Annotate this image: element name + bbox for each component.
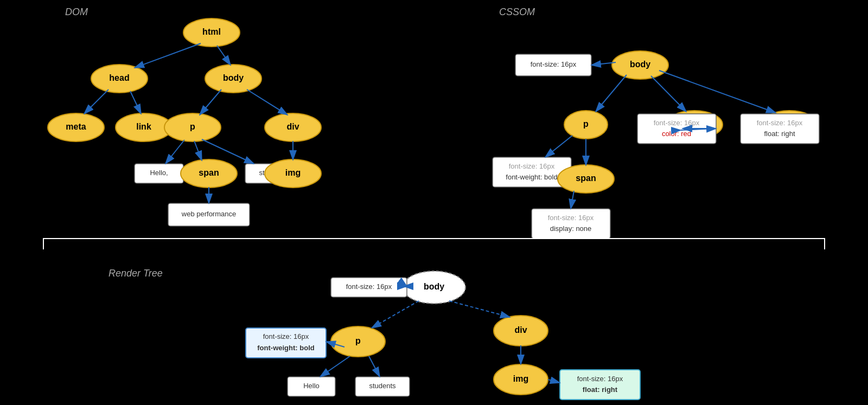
cssom-span-child-props-box (532, 209, 610, 239)
rt-img-text: img (513, 374, 528, 383)
dom-arrow-head-meta (84, 89, 108, 114)
rt-img-fontsize-text: font-size: 16px (577, 375, 623, 383)
dom-body-text: body (223, 73, 244, 82)
rt-body-text: body (424, 282, 444, 291)
rt-students-text: students (369, 382, 396, 390)
cssom-arrow-body-img (659, 70, 776, 113)
bracket-line (43, 239, 825, 249)
cssom-img-props-box (741, 114, 819, 144)
cssom-span-child-fontsize-text: font-size: 16px (548, 214, 594, 222)
dom-meta-text: meta (66, 122, 86, 131)
rt-arrow-body-div (449, 301, 510, 317)
cssom-span-child-text: span (576, 173, 596, 183)
dom-p-text: p (190, 122, 195, 131)
cssom-p-fontsize-text: font-size: 16px (509, 162, 555, 170)
dom-arrow-html-body (217, 46, 231, 65)
dom-arrow-html-head (135, 43, 201, 68)
cssom-img-fontsize-text: font-size: 16px (757, 119, 803, 127)
dom-label: DOM (65, 7, 88, 17)
dom-arrow-body-p (200, 89, 221, 115)
dom-arrow-p-span (194, 141, 202, 160)
rt-arrow-p-students (369, 356, 380, 377)
rt-img-float-text: float: right (583, 385, 618, 394)
rt-p-fontweight-text: font-weight: bold (257, 344, 314, 352)
dom-arrow-body-div (247, 89, 288, 115)
dom-div-text: div (286, 122, 299, 131)
rt-img-props-box (560, 370, 640, 400)
cssom-span-fontsize-text: font-size: 16px (654, 119, 700, 127)
dom-hello-text: Hello, (150, 169, 168, 177)
dom-img-text: img (285, 168, 301, 177)
rt-p-fontsize-text: font-size: 16px (263, 332, 309, 340)
cssom-body-text: body (630, 60, 650, 69)
dom-link-text: link (136, 122, 151, 131)
cssom-p-fontweight-text: font-weight: bold (506, 173, 557, 181)
rt-body-fontsize-text: font-size: 16px (346, 282, 392, 291)
rt-hello-text: Hello (303, 382, 320, 390)
rt-arrow-body-p (372, 301, 419, 328)
cssom-arrow-spanc-props (571, 191, 574, 209)
dom-arrow-p-hello (165, 140, 184, 164)
cssom-arrow-body-span (651, 76, 686, 112)
cssom-label: CSSOM (499, 7, 535, 17)
dom-head-text: head (109, 73, 129, 82)
cssom-span-child-display-text: display: none (550, 224, 592, 233)
rt-arrow-img-props (548, 380, 560, 383)
rt-p-text: p (355, 336, 361, 345)
rt-div-text: div (514, 325, 527, 335)
dom-webperf-text: web performance (181, 210, 236, 218)
rendertree-label: Render Tree (108, 268, 163, 279)
cssom-span-color-text: color: red (662, 130, 691, 138)
rt-arrow-p-hello (320, 356, 350, 377)
cssom-arrow-p-props (545, 136, 572, 157)
cssom-fontsize-top-text: font-size: 16px (531, 60, 577, 68)
dom-html-text: html (202, 27, 221, 36)
cssom-img-float-text: float: right (764, 130, 795, 138)
dom-arrow-head-link (130, 91, 141, 114)
dom-span-text: span (199, 168, 219, 177)
cssom-arrow-body-p (596, 75, 627, 112)
cssom-p-text: p (583, 119, 589, 128)
